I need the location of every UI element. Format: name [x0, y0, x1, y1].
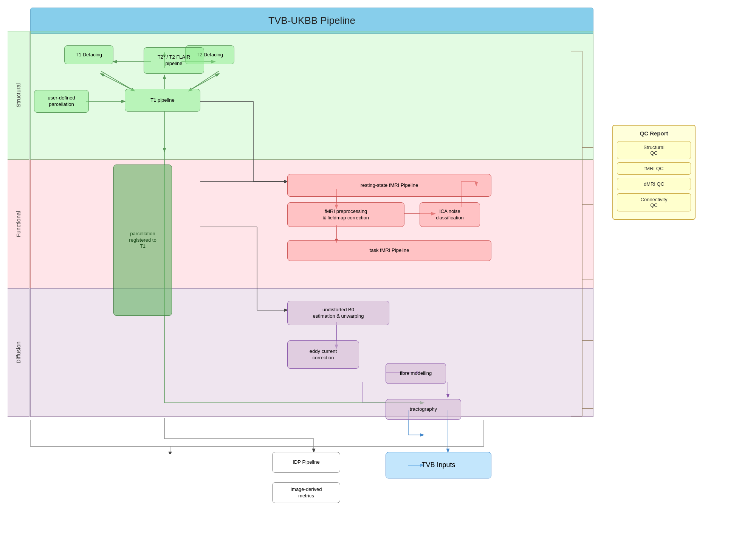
- image-derived-node: Image-derived metrics: [272, 482, 340, 503]
- lane-label-diffusion: Diffusion: [8, 288, 29, 417]
- lane-structural-bg: [30, 31, 593, 160]
- bottom-bracket: [30, 416, 484, 454]
- resting-fmri-node: resting-state fMRI Pipeline: [287, 174, 491, 197]
- qc-report-panel: QC Report StructuralQC fMRI QC dMRI QC C…: [612, 125, 696, 220]
- t2-flair-node: T2* / T2 FLAIR pipeline: [144, 47, 204, 74]
- idp-pipeline-node: IDP Pipeline: [272, 452, 340, 473]
- lane-label-functional: Functional: [8, 160, 29, 288]
- lane-label-structural: Structural: [8, 31, 29, 160]
- qc-dmri: dMRI QC: [617, 178, 691, 190]
- eddy-current-node: eddy current correction: [287, 340, 359, 369]
- fmri-preprocessing-node: fMRI preprocessing & fieldmap correction: [287, 202, 404, 227]
- pipeline-title: TVB-UKBB Pipeline: [30, 8, 593, 34]
- t1-defacing-node: T1 Defacing: [64, 45, 113, 64]
- qc-connectivity: ConnectivityQC: [617, 193, 691, 211]
- task-fmri-node: task fMRI Pipeline: [287, 240, 491, 261]
- user-parcellation-node: user-defined parcellation: [34, 90, 89, 113]
- qc-title: QC Report: [617, 130, 691, 137]
- t1-pipeline-node: T1 pipeline: [125, 89, 200, 112]
- title-text: TVB-UKBB Pipeline: [268, 15, 355, 26]
- fibre-modelling-node: fibre modelling: [386, 363, 446, 384]
- tractography-node: tractography: [386, 399, 461, 420]
- tvb-inputs-node: TVB Inputs: [386, 452, 491, 478]
- undistorted-b0-node: undistorted B0 estimation & unwarping: [287, 301, 389, 325]
- parcellation-t1-node: parcellation registered to T1: [113, 165, 172, 316]
- qc-structural: StructuralQC: [617, 141, 691, 159]
- ica-noise-node: ICA noise classification: [420, 202, 480, 227]
- qc-fmri: fMRI QC: [617, 162, 691, 175]
